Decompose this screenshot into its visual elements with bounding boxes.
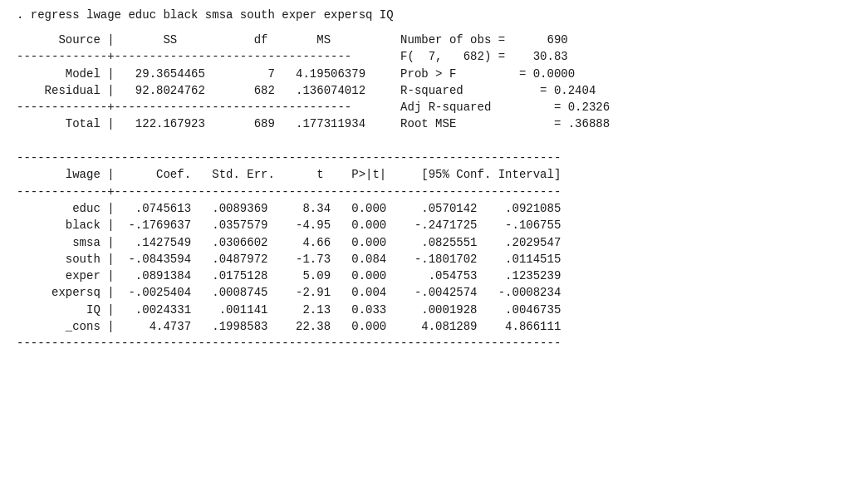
stata-output: Source | SS df MS Number of obs = 690 --… (17, 32, 851, 352)
command-line: . regress lwage educ black smsa south ex… (17, 8, 851, 22)
